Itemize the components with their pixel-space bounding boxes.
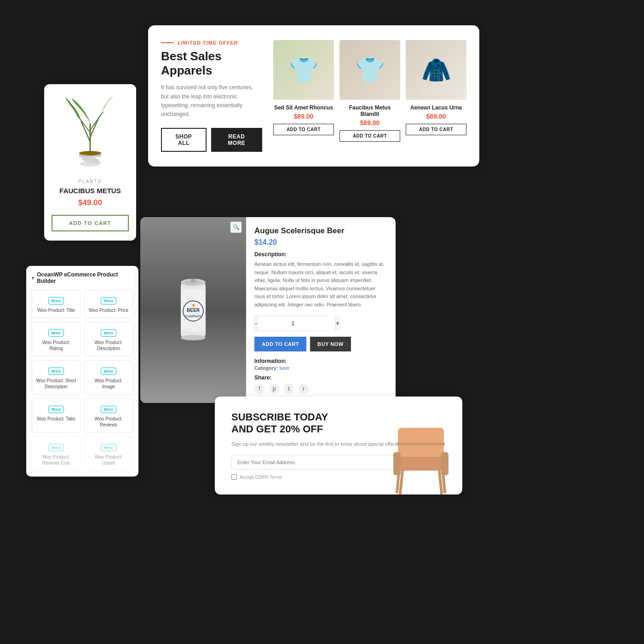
quantity-plus-button[interactable]: + — [335, 316, 339, 331]
builder-item-tabs[interactable]: Woo Woo Product: Tabs — [32, 398, 80, 433]
beer-buy-now-button[interactable]: BUY NOW — [310, 337, 351, 351]
beer-info-side: Augue Scelerisque Beer $14.20 Descriptio… — [246, 217, 396, 403]
woo-badge: Woo — [48, 444, 64, 451]
sales-product-2-name: Faucibus Metus Blandit — [339, 104, 400, 117]
beer-category-value: beer — [279, 365, 289, 371]
chair-decoration — [389, 421, 453, 494]
sales-product-1-image: 👕 — [273, 40, 334, 100]
beer-search-icon[interactable]: 🔍 — [230, 222, 242, 233]
svg-text:🍺: 🍺 — [191, 302, 196, 308]
builder-item-short-desc-label: Woo Product: Short Description — [36, 378, 76, 390]
woo-badge: Woo — [101, 444, 117, 451]
svg-line-23 — [439, 471, 442, 494]
beer-price: $14.20 — [254, 238, 387, 247]
sales-product-2-price: $89.00 — [339, 119, 400, 126]
woo-badge: Woo — [48, 406, 64, 413]
woo-badge: Woo — [101, 297, 117, 305]
beer-product-name: Augue Scelerisque Beer — [254, 226, 387, 236]
builder-item-rating-label: Woo Product: Rating — [36, 339, 76, 351]
builder-panel: ▾ OceanWP eCommerce Product Builder Woo … — [26, 266, 138, 477]
woo-badge: Woo — [101, 329, 117, 337]
shop-all-button[interactable]: SHOP ALL — [161, 128, 207, 152]
builder-item-price[interactable]: Woo Woo Product: Price — [84, 290, 133, 318]
beer-category-label: Category: — [254, 365, 278, 371]
builder-item-reviews-cols[interactable]: Woo Woo Product: Reviews Cols — [32, 437, 80, 471]
sales-description: It has survived not only five centuries,… — [161, 83, 262, 119]
sales-product-3-name: Aenean Lacus Urna — [406, 104, 466, 111]
plant-price: $49.00 — [52, 198, 129, 207]
quantity-input[interactable] — [257, 316, 335, 331]
builder-item-short-desc[interactable]: Woo Woo Product: Short Description — [32, 360, 80, 395]
woo-badge: Woo — [101, 368, 117, 375]
quantity-row: - + — [254, 316, 328, 331]
sales-banner-left: LIMITED TIME OFFER Best Sales Apparels I… — [161, 40, 262, 152]
builder-item-upsell-label: Woo Product: Upsell — [88, 454, 129, 466]
beer-product-detail: 🍺 BEER COMPANY 🔍 Augue Scelerisque Beer … — [140, 217, 396, 403]
twitter-icon[interactable]: t — [284, 384, 294, 394]
beer-description-label: Description: — [254, 251, 387, 258]
builder-item-reviews-cols-label: Woo Product: Reviews Cols — [36, 454, 76, 466]
builder-item-title[interactable]: Woo Woo Product: Title — [32, 290, 80, 318]
woo-badge: Woo — [48, 329, 64, 337]
woo-badge: Woo — [48, 297, 64, 305]
beer-information-section: Information: Category: beer — [254, 358, 387, 371]
builder-item-tabs-label: Woo Product: Tabs — [36, 416, 76, 422]
beer-share-label: Share: — [254, 374, 387, 381]
gdpr-checkbox[interactable] — [231, 474, 237, 480]
subscribe-email-input[interactable] — [231, 455, 415, 470]
svg-rect-12 — [191, 279, 196, 282]
sales-product-2: 👕 Faucibus Metus Blandit $89.00 ADD TO C… — [339, 40, 400, 142]
ltd-line-decoration — [161, 42, 174, 43]
svg-text:COMPANY: COMPANY — [185, 315, 201, 318]
builder-chevron-icon: ▾ — [32, 276, 34, 281]
social-icons-row: f p t r — [254, 384, 387, 394]
builder-item-description-label: Woo Product: Description — [88, 339, 129, 351]
woo-badge: Woo — [101, 406, 117, 413]
sales-product-1: 👕 Sed Sit Amet Rhoncus $89.00 ADD TO CAR… — [273, 40, 334, 142]
beer-category-row: Category: beer — [254, 365, 387, 371]
beer-info-label: Information: — [254, 358, 387, 364]
sales-product-2-add-to-cart[interactable]: ADD TO CART — [339, 130, 400, 142]
reddit-icon[interactable]: r — [299, 384, 309, 394]
plant-image — [58, 93, 122, 172]
limited-time-label: LIMITED TIME OFFER — [161, 40, 262, 46]
svg-line-7 — [90, 112, 103, 130]
svg-rect-25 — [441, 452, 448, 475]
subscribe-title-line2: AND GET 20% OFF — [231, 423, 323, 435]
plant-add-to-cart-button[interactable]: ADD TO CART — [52, 215, 129, 231]
svg-line-22 — [400, 471, 402, 494]
builder-item-rating[interactable]: Woo Woo Product: Rating — [32, 322, 80, 356]
sales-product-1-price: $89.00 — [273, 113, 334, 120]
sales-product-1-add-to-cart[interactable]: ADD TO CART — [273, 124, 334, 135]
builder-item-description[interactable]: Woo Woo Product: Description — [84, 322, 133, 356]
sales-product-3-price: $89.00 — [406, 113, 466, 120]
builder-item-image[interactable]: Woo Woo Product: Image — [84, 360, 133, 395]
sales-product-3-image: 🧥 — [406, 40, 466, 100]
sales-buttons: SHOP ALL READ MORE — [161, 128, 262, 152]
sales-banner: LIMITED TIME OFFER Best Sales Apparels I… — [148, 25, 479, 167]
woo-badge: Woo — [48, 368, 64, 375]
builder-item-reviews[interactable]: Woo Woo Product: Reviews — [84, 398, 133, 433]
builder-item-image-label: Woo Product: Image — [88, 378, 129, 390]
sales-product-1-name: Sed Sit Amet Rhoncus — [273, 104, 334, 111]
svg-rect-21 — [396, 457, 446, 471]
builder-item-reviews-label: Woo Product: Reviews — [88, 416, 129, 428]
beer-description-text: Aenean lectus elit, fermentum non, conva… — [254, 260, 387, 309]
sales-product-2-image: 👕 — [339, 40, 400, 100]
gdpr-text: Accept GDPR Terms — [240, 475, 282, 480]
builder-item-upsell[interactable]: Woo Woo Product: Upsell — [84, 437, 133, 471]
read-more-button[interactable]: READ MORE — [211, 128, 262, 152]
svg-point-17 — [181, 335, 206, 340]
subscribe-title-line1: SUBSCRIBE TODAY — [231, 411, 328, 423]
beer-add-to-cart-button[interactable]: ADD TO CART — [254, 337, 306, 351]
facebook-icon[interactable]: f — [254, 384, 264, 394]
beer-image-side: 🍺 BEER COMPANY 🔍 — [140, 217, 246, 403]
sales-product-3: 🧥 Aenean Lacus Urna $89.00 ADD TO CART — [406, 40, 466, 142]
builder-panel-header: ▾ OceanWP eCommerce Product Builder — [32, 271, 133, 284]
builder-grid: Woo Woo Product: Title Woo Woo Product: … — [32, 290, 133, 471]
svg-text:BEER: BEER — [187, 308, 200, 313]
sales-product-3-add-to-cart[interactable]: ADD TO CART — [406, 124, 466, 135]
pinterest-icon[interactable]: p — [269, 384, 279, 394]
builder-item-price-label: Woo Product: Price — [88, 307, 129, 313]
subscribe-banner: SUBSCRIBE TODAY AND GET 20% OFF Sign up … — [215, 397, 462, 494]
